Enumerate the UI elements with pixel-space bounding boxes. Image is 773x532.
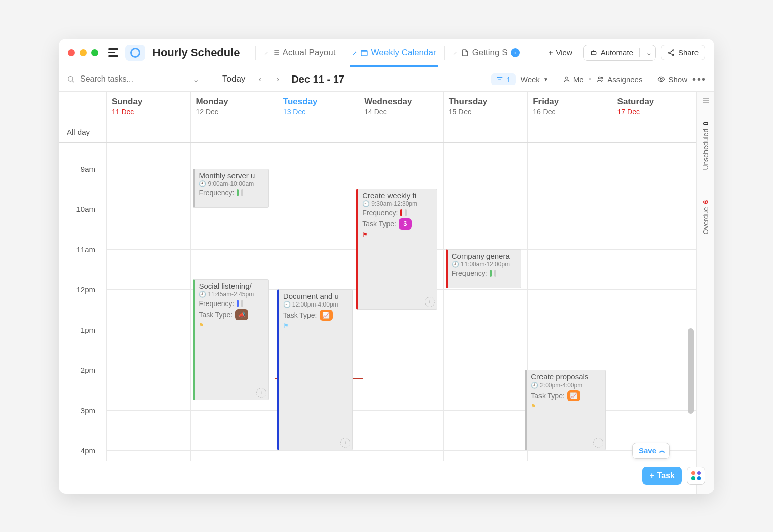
filter-icon — [496, 75, 503, 83]
overdue-panel-toggle[interactable]: Overdue 6 — [702, 200, 710, 235]
svg-point-3 — [669, 52, 670, 53]
share-button[interactable]: Share — [661, 45, 705, 60]
list-status-icon[interactable] — [125, 45, 145, 61]
add-assignee-icon[interactable]: + — [340, 438, 350, 448]
more-menu[interactable]: ••• — [692, 73, 706, 85]
day-col-thu[interactable]: Company genera 🕘11:00am-12:00pm Frequenc… — [443, 143, 527, 461]
megaphone-icon: 📣 — [235, 309, 248, 320]
save-view-button[interactable]: Save ︽ — [632, 443, 670, 459]
clock-icon: 🕘 — [283, 301, 291, 308]
day-header-sun[interactable]: Sunday11 Dec — [106, 92, 190, 122]
flag-icon: ⚑ — [199, 322, 265, 329]
event-create-proposals[interactable]: Create proposals 🕘2:00pm-4:00pm Task Typ… — [525, 370, 605, 450]
view-tabs: Actual Payout Weekly Calendar Getting S … — [252, 39, 531, 67]
next-week-button[interactable]: › — [271, 72, 284, 86]
add-view-button[interactable]: + View — [543, 45, 578, 60]
plus-icon: + — [649, 471, 654, 480]
users-icon — [596, 75, 604, 83]
svg-point-5 — [68, 77, 73, 81]
doc-icon — [461, 49, 469, 57]
new-task-button[interactable]: + Task — [642, 467, 682, 485]
event-company-general[interactable]: Company genera 🕘11:00am-12:00pm Frequenc… — [446, 249, 521, 288]
tab-weekly-calendar[interactable]: Weekly Calendar — [347, 39, 441, 67]
day-col-sat[interactable] — [612, 143, 696, 461]
robot-icon — [590, 49, 598, 57]
clock-icon: 🕘 — [531, 382, 538, 389]
event-document-and-u[interactable]: Document and u 🕘12:00pm-4:00pm Task Type… — [277, 289, 353, 450]
scrollbar-thumb[interactable] — [688, 328, 694, 414]
pin-icon — [264, 50, 269, 55]
day-header-wed[interactable]: Wednesday14 Dec — [359, 92, 443, 122]
search-box[interactable] — [67, 74, 188, 84]
scale-selector[interactable]: Week ▼ — [521, 75, 548, 84]
filter-button[interactable]: 1 — [491, 73, 515, 85]
today-button[interactable]: Today — [222, 74, 245, 84]
assignees-filter[interactable]: Assignees — [596, 75, 642, 84]
chevron-down-icon[interactable]: ⌄ — [646, 48, 652, 57]
add-assignee-icon[interactable]: + — [256, 388, 266, 398]
time-grid[interactable]: 9am 10am 11am 12pm 1pm 2pm 3pm 4pm Month… — [59, 143, 696, 461]
tab-label: Getting S — [472, 48, 508, 58]
svg-point-7 — [598, 77, 600, 79]
maximize-window[interactable] — [91, 49, 98, 56]
user-icon — [563, 75, 570, 83]
time-column: 9am 10am 11am 12pm 1pm 2pm 3pm 4pm — [59, 143, 106, 461]
date-range: Dec 11 - 17 — [291, 73, 344, 85]
flag-icon: ⚑ — [362, 231, 433, 238]
day-header-thu[interactable]: Thursday15 Dec — [443, 92, 527, 122]
calendar-icon — [360, 49, 368, 57]
clock-icon: 🕘 — [452, 261, 459, 268]
add-assignee-icon[interactable]: + — [425, 297, 435, 307]
day-col-fri[interactable]: Create proposals 🕘2:00pm-4:00pm Task Typ… — [527, 143, 611, 461]
close-window[interactable] — [68, 49, 75, 56]
automate-button[interactable]: Automate ⌄ — [583, 45, 656, 61]
apps-button[interactable] — [687, 467, 705, 485]
event-create-weekly[interactable]: Create weekly fi 🕘9:30am-12:30pm Frequen… — [356, 189, 437, 310]
svg-point-9 — [660, 78, 662, 80]
all-day-row: All day — [59, 122, 696, 143]
clock-icon: 🕘 — [199, 180, 206, 187]
day-col-mon[interactable]: Monthly server u 🕘9:00am-10:00am Frequen… — [190, 143, 274, 461]
add-assignee-icon[interactable]: + — [593, 438, 603, 448]
pin-icon — [453, 50, 458, 55]
chevron-down-icon[interactable]: ⌄ — [193, 74, 199, 84]
tab-label: Actual Payout — [283, 48, 336, 58]
side-rail: Unscheduled 0 Overdue 6 — [696, 92, 714, 494]
calendar: Sunday11 Dec Monday12 Dec Tuesday13 Dec … — [59, 92, 714, 494]
eye-icon — [657, 75, 665, 83]
show-toggle[interactable]: Show — [657, 75, 687, 84]
tab-label: Weekly Calendar — [371, 48, 436, 58]
tab-getting-started[interactable]: Getting S › — [448, 39, 525, 67]
day-headers: Sunday11 Dec Monday12 Dec Tuesday13 Dec … — [59, 92, 696, 122]
chart-icon: 📈 — [320, 310, 333, 321]
calendar-toolbar: ⌄ Today ‹ › Dec 11 - 17 1 Week ▼ Me • As… — [59, 67, 714, 92]
day-col-sun[interactable] — [106, 143, 190, 461]
flag-icon: ⚑ — [531, 403, 602, 410]
day-header-sat[interactable]: Saturday17 Dec — [612, 92, 696, 122]
day-col-wed[interactable]: Create weekly fi 🕘9:30am-12:30pm Frequen… — [359, 143, 443, 461]
chart-icon: 📈 — [567, 390, 580, 401]
search-input[interactable] — [79, 74, 165, 84]
event-social-listening[interactable]: Social listening/ 🕘11:45am-2:45pm Freque… — [193, 279, 268, 400]
menu-icon[interactable] — [108, 48, 118, 57]
svg-rect-0 — [361, 50, 367, 56]
app-window: Hourly Schedule Actual Payout Weekly Cal… — [59, 39, 714, 494]
unscheduled-panel-toggle[interactable]: Unscheduled 0 — [702, 122, 710, 170]
svg-rect-1 — [591, 51, 596, 55]
tab-actual-payout[interactable]: Actual Payout — [259, 39, 341, 67]
event-monthly-server[interactable]: Monthly server u 🕘9:00am-10:00am Frequen… — [193, 169, 268, 208]
prev-week-button[interactable]: ‹ — [253, 72, 266, 86]
day-col-tue[interactable]: Document and u 🕘12:00pm-4:00pm Task Type… — [275, 143, 359, 461]
svg-point-2 — [673, 50, 674, 51]
settings-lines-icon[interactable] — [702, 97, 710, 107]
me-filter[interactable]: Me — [563, 75, 584, 84]
minimize-window[interactable] — [80, 49, 87, 56]
day-header-fri[interactable]: Friday16 Dec — [527, 92, 611, 122]
flag-icon: ⚑ — [283, 322, 349, 329]
chevron-right-icon[interactable]: › — [511, 48, 520, 57]
day-header-mon[interactable]: Monday12 Dec — [190, 92, 274, 122]
all-day-label: All day — [59, 122, 106, 142]
pin-icon — [352, 50, 357, 55]
day-header-tue[interactable]: Tuesday13 Dec — [278, 92, 356, 122]
svg-point-6 — [565, 77, 568, 79]
